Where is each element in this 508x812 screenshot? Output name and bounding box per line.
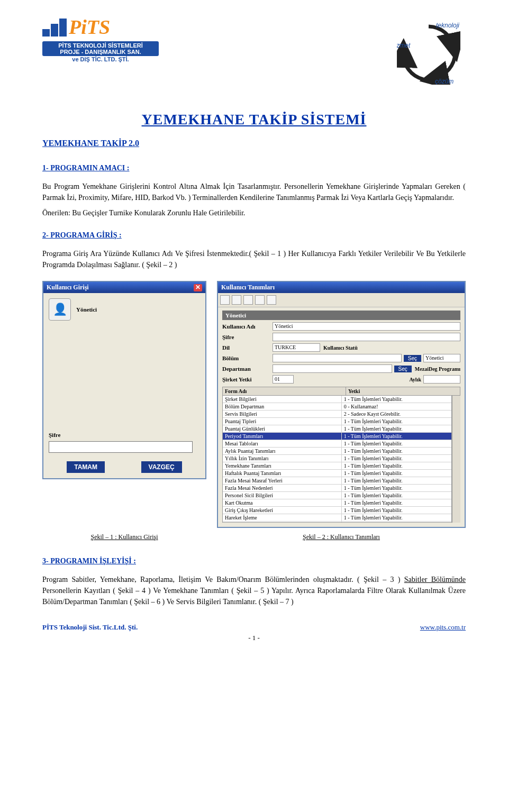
section1-heading: 1- PROGRAMIN AMACI : (42, 164, 466, 172)
svg-text:PiTS: PiTS (69, 16, 110, 38)
perm-row[interactable]: Hareket Geri Alma1 - Tüm İşlemleri Yapab… (223, 522, 451, 523)
figure2-titlebar: Kullanıcı Tanımları (218, 282, 465, 293)
company-field[interactable]: 01 (273, 375, 294, 384)
avatar-icon: 👤 (49, 298, 71, 321)
label: Aylık (409, 377, 421, 382)
monthly-field[interactable] (423, 375, 460, 384)
toolbar-btn[interactable] (267, 295, 276, 305)
toolbar-btn[interactable] (232, 295, 241, 305)
footer-url[interactable]: www.pits.com.tr (420, 623, 466, 632)
department-field2[interactable] (273, 364, 392, 373)
perm-row[interactable]: Hareket İşleme1 - Tüm İşlemleri Yapabili… (223, 514, 451, 522)
company-line1: PİTS TEKNOLOJİ SİSTEMLERİ PROJE - DANIŞM… (42, 41, 159, 56)
perm-row[interactable]: Fazla Mesai Nedenleri1 - Tüm İşlemleri Y… (223, 485, 451, 492)
select-button[interactable]: Seç (404, 355, 421, 362)
svg-text:hizmet: hizmet (397, 42, 411, 49)
perm-row[interactable]: Aylık Puantaj Tanımları1 - Tüm İşlemleri… (223, 448, 451, 455)
close-icon[interactable]: ✕ (194, 284, 202, 291)
figure2-title: Kullanıcı Tanımları (221, 284, 275, 291)
language-select[interactable]: TURKCE (273, 343, 320, 352)
figure1-title: Kullanıcı Girişi (47, 284, 89, 291)
svg-text:teknoloji: teknoloji (436, 22, 459, 29)
footer-company: PİTS Teknoloji Sist. Tic.Ltd. Şti. (42, 623, 138, 632)
department-field[interactable] (273, 354, 402, 362)
perm-row[interactable]: Mesai Tabloları1 - Tüm İşlemleri Yapabil… (223, 440, 451, 448)
doc-title: YEMEKHANE TAKİP SİSTEMİ (42, 111, 466, 128)
perm-row[interactable]: Personel Sicil Bilgileri1 - Tüm İşlemler… (223, 492, 451, 499)
ok-button[interactable]: TAMAM (67, 461, 105, 473)
perm-row[interactable]: Giriş Çıkış Hareketleri1 - Tüm İşlemleri… (223, 507, 451, 514)
section3-para: Program Sabitler, Yemekhane, Raporlama, … (42, 574, 466, 607)
svg-text:çözüm: çözüm (435, 78, 453, 85)
password-field[interactable] (273, 333, 460, 341)
toolbar-btn[interactable] (220, 295, 230, 305)
perm-row[interactable]: Yıllık İzin Tanımları1 - Tüm İşlemleri Y… (223, 455, 451, 462)
cancel-button[interactable]: VAZGEÇ (141, 461, 182, 473)
section3-heading: 3- PROGRAMIN İŞLEYİŞİ : (42, 557, 466, 565)
label: Şifre (222, 334, 273, 340)
perm-row[interactable]: Fazla Mesai Masraf Yerleri1 - Tüm İşleml… (223, 477, 451, 485)
page-footer: PİTS Teknoloji Sist. Tic.Ltd. Şti. www.p… (42, 623, 466, 632)
caption-fig1: Şekil – 1 : Kullanıcı Girişi (42, 533, 206, 541)
toolbar-btn[interactable] (255, 295, 265, 305)
section1-para1: Bu Program Yemekhane Girişlerini Kontrol… (42, 181, 466, 203)
status-field[interactable]: Yönetici (423, 354, 460, 362)
page-number: - 1 - (42, 634, 466, 642)
cycle-arrows-icon: teknoloji hizmet çözüm (397, 21, 460, 85)
label: Şirket Yetki (222, 376, 273, 382)
perm-row[interactable]: Puantaj Günlükleri1 - Tüm İşlemleri Yapa… (223, 425, 451, 433)
logo-right: teknoloji hizmet çözüm (381, 16, 466, 90)
label: Kullanıcı Adı (222, 323, 273, 330)
group-header: Yönetici (222, 311, 460, 320)
figure1-login-window: Kullanıcı Girişi ✕ 👤 Yönetici Şifre TAMA… (42, 281, 206, 479)
username-field[interactable]: Yönetici (273, 322, 460, 331)
perm-row[interactable]: Periyod Tanımları1 - Tüm İşlemleri Yapab… (223, 433, 451, 440)
logo-bars-icon (42, 19, 67, 37)
perm-row[interactable]: Servis Bilgileri2 - Sadece Kayıt Görebil… (223, 410, 451, 418)
perm-row[interactable]: Kart Okutma1 - Tüm İşlemleri Yapabilir. (223, 499, 451, 507)
perm-row[interactable]: Şirket Bilgileri1 - Tüm İşlemleri Yapabi… (223, 396, 451, 403)
label: Dil (222, 344, 273, 351)
caption-fig2: Şekil – 2 : Kullanıcı Tanımları (217, 533, 466, 541)
figure1-titlebar: Kullanıcı Girişi ✕ (43, 282, 205, 293)
select-button[interactable]: Seç (394, 366, 412, 372)
label: MezaiDeg Programı (415, 366, 460, 372)
logo-left: PiTS PİTS TEKNOLOJİ SİSTEMLERİ PROJE - D… (42, 16, 159, 62)
permissions-table: Form Adı Yetki Şirket Bilgileri1 - Tüm İ… (222, 387, 460, 523)
perm-row[interactable]: Yemekhane Tanımları1 - Tüm İşlemleri Yap… (223, 462, 451, 470)
section2-heading: 2- PROGRAMA GİRİŞ : (42, 231, 466, 240)
page-header: PiTS PİTS TEKNOLOJİ SİSTEMLERİ PROJE - D… (42, 16, 466, 90)
label: Bölüm (222, 355, 273, 361)
figure2-userdef-window: Kullanıcı Tanımları Yönetici Kullanıcı A… (217, 281, 466, 528)
doc-subtitle: YEMEKHANE TAKİP 2.0 (42, 139, 466, 148)
perm-row[interactable]: Bölüm Departman0 - Kullanamaz! (223, 403, 451, 410)
password-label: Şifre (49, 432, 200, 438)
label: Kullanıcı Statü (323, 345, 358, 351)
section1-para2: Önerilen: Bu Geçişler Turnike Konularak … (42, 207, 466, 218)
perm-row[interactable]: Haftalık Puantaj Tanımları1 - Tüm İşleml… (223, 470, 451, 477)
label: Departman (222, 366, 273, 372)
pits-wordmark-icon: PiTS (69, 16, 159, 39)
perm-head-yetki: Yetki (346, 387, 460, 395)
perm-head-form: Form Adı (223, 387, 346, 395)
highlight-text: Sabitler Bölümünde (404, 576, 466, 583)
login-username[interactable]: Yönetici (76, 306, 97, 313)
perm-row[interactable]: Puantaj Tipleri1 - Tüm İşlemleri Yapabil… (223, 418, 451, 425)
password-input[interactable] (49, 441, 193, 453)
figure2-toolbar (218, 293, 465, 307)
scrollbar[interactable] (452, 396, 460, 523)
toolbar-btn[interactable] (243, 295, 253, 305)
section2-para: Programa Giriş Ara Yüzünde Kullanıcı Adı… (42, 248, 466, 270)
company-line2: ve DIŞ TİC. LTD. ŞTİ. (42, 56, 159, 62)
